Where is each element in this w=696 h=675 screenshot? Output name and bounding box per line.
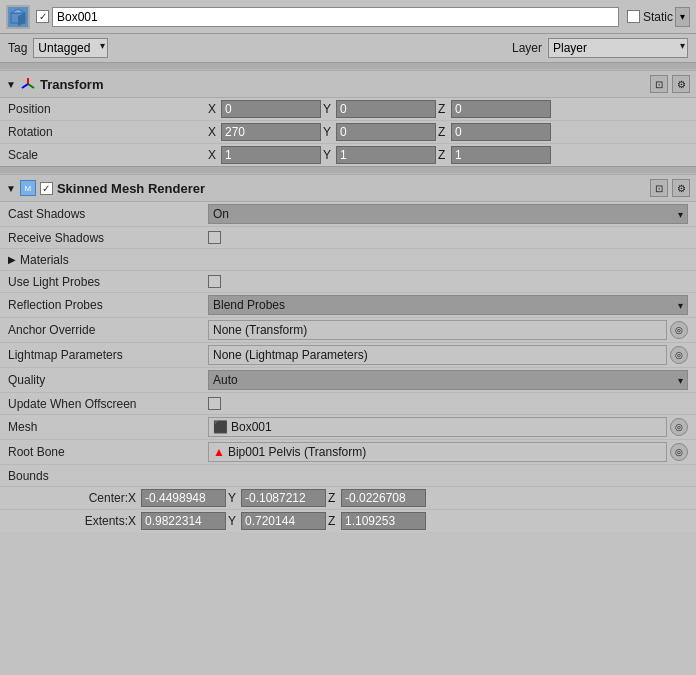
lightmap-params-value: None (Lightmap Parameters) ◎ (208, 345, 688, 365)
position-x-input[interactable] (221, 100, 321, 118)
bounds-center-value: X Y Z (128, 489, 688, 507)
extents-z-input[interactable] (341, 512, 426, 530)
cast-shadows-row: Cast Shadows On (0, 202, 696, 227)
center-y-label: Y (228, 491, 238, 505)
mesh-renderer-settings-btn[interactable]: ⚙ (672, 179, 690, 197)
mesh-value: ⬛ Box001 ◎ (208, 417, 688, 437)
lightmap-params-pick-btn[interactable]: ◎ (670, 346, 688, 364)
bounds-center-xyz: X Y Z (128, 489, 688, 507)
mesh-icon-inline: ⬛ (213, 420, 228, 434)
update-offscreen-checkbox[interactable] (208, 397, 221, 410)
center-z-input[interactable] (341, 489, 426, 507)
lightmap-params-label: Lightmap Parameters (8, 348, 208, 362)
root-bone-field: ▲ Bip001 Pelvis (Transform) (208, 442, 667, 462)
cast-shadows-text: On (213, 207, 229, 221)
cast-shadows-label: Cast Shadows (8, 207, 208, 221)
layer-select[interactable]: Player (548, 38, 688, 58)
position-y-input[interactable] (336, 100, 436, 118)
receive-shadows-row: Receive Shadows (0, 227, 696, 249)
svg-marker-1 (11, 9, 25, 13)
scale-y-input[interactable] (336, 146, 436, 164)
update-offscreen-value (208, 397, 688, 410)
active-checkbox[interactable] (36, 10, 49, 23)
rotation-y-label: Y (323, 125, 333, 139)
transform-actions: ⊡ ⚙ (650, 75, 690, 93)
position-x-label: X (208, 102, 218, 116)
scale-y-label: Y (323, 148, 333, 162)
scale-z-input[interactable] (451, 146, 551, 164)
svg-line-5 (22, 84, 28, 88)
transform-collapse-triangle[interactable]: ▼ (6, 79, 16, 90)
static-checkbox[interactable] (627, 10, 640, 23)
extents-label: Extents: (8, 514, 128, 528)
bounds-center-row: Center: X Y Z (0, 487, 696, 510)
tag-layer-row: Tag Untagged Layer Player (0, 34, 696, 62)
mesh-label: Mesh (8, 420, 208, 434)
extents-z-label: Z (328, 514, 338, 528)
root-bone-pick-btn[interactable]: ◎ (670, 443, 688, 461)
position-z-input[interactable] (451, 100, 551, 118)
rotation-x-input[interactable] (221, 123, 321, 141)
cast-shadows-value: On (208, 204, 688, 224)
update-offscreen-row: Update When Offscreen (0, 393, 696, 415)
rotation-xyz: X Y Z (208, 123, 688, 141)
mesh-renderer-icon: M (20, 180, 36, 196)
mesh-renderer-collapse-triangle[interactable]: ▼ (6, 183, 16, 194)
header-bar: Static ▾ (0, 0, 696, 34)
reflection-probes-dropdown[interactable]: Blend Probes (208, 295, 688, 315)
rotation-z-label: Z (438, 125, 448, 139)
update-offscreen-label: Update When Offscreen (8, 397, 208, 411)
rotation-z-input[interactable] (451, 123, 551, 141)
anchor-override-pick-btn[interactable]: ◎ (670, 321, 688, 339)
mesh-renderer-props: Cast Shadows On Receive Shadows ▶ Materi… (0, 202, 696, 532)
position-value: X Y Z (208, 100, 688, 118)
lightmap-params-field: None (Lightmap Parameters) (208, 345, 667, 365)
extents-x-label: X (128, 514, 138, 528)
scale-x-input[interactable] (221, 146, 321, 164)
mesh-renderer-copy-btn[interactable]: ⊡ (650, 179, 668, 197)
tag-select[interactable]: Untagged (33, 38, 108, 58)
static-area: Static ▾ (627, 7, 690, 27)
static-dropdown-btn[interactable]: ▾ (675, 7, 690, 27)
center-y-input[interactable] (241, 489, 326, 507)
use-light-probes-value (208, 275, 688, 288)
separator-1 (0, 62, 696, 70)
layer-select-wrapper[interactable]: Player (548, 38, 688, 58)
extents-x-input[interactable] (141, 512, 226, 530)
center-x-label: X (128, 491, 138, 505)
mesh-renderer-section-header: ▼ M Skinned Mesh Renderer ⊡ ⚙ (0, 174, 696, 202)
anchor-override-ref: None (Transform) ◎ (208, 320, 688, 340)
extents-y-input[interactable] (241, 512, 326, 530)
transform-icon (20, 76, 36, 92)
receive-shadows-checkbox[interactable] (208, 231, 221, 244)
use-light-probes-checkbox[interactable] (208, 275, 221, 288)
mesh-field: ⬛ Box001 (208, 417, 667, 437)
tag-label: Tag (8, 41, 27, 55)
use-light-probes-row: Use Light Probes (0, 271, 696, 293)
mesh-renderer-title: Skinned Mesh Renderer (57, 181, 650, 196)
center-x-input[interactable] (141, 489, 226, 507)
quality-row: Quality Auto (0, 368, 696, 393)
use-light-probes-label: Use Light Probes (8, 275, 208, 289)
materials-collapse-triangle[interactable]: ▶ (8, 254, 16, 265)
transform-settings-btn[interactable]: ⚙ (672, 75, 690, 93)
separator-2 (0, 166, 696, 174)
tag-select-wrapper[interactable]: Untagged (33, 38, 108, 58)
lightmap-params-text: None (Lightmap Parameters) (213, 348, 368, 362)
bounds-extents-row: Extents: X Y Z (0, 510, 696, 532)
object-name-input[interactable] (52, 7, 619, 27)
mesh-pick-btn[interactable]: ◎ (670, 418, 688, 436)
quality-dropdown[interactable]: Auto (208, 370, 688, 390)
rotation-value: X Y Z (208, 123, 688, 141)
object-icon (6, 5, 30, 29)
anchor-override-row: Anchor Override None (Transform) ◎ (0, 318, 696, 343)
quality-text: Auto (213, 373, 238, 387)
reflection-probes-text: Blend Probes (213, 298, 285, 312)
transform-copy-btn[interactable]: ⊡ (650, 75, 668, 93)
anchor-override-field: None (Transform) (208, 320, 667, 340)
receive-shadows-label: Receive Shadows (8, 231, 208, 245)
mesh-renderer-enabled-checkbox[interactable] (40, 182, 53, 195)
rotation-y-input[interactable] (336, 123, 436, 141)
receive-shadows-value (208, 231, 688, 244)
cast-shadows-dropdown[interactable]: On (208, 204, 688, 224)
